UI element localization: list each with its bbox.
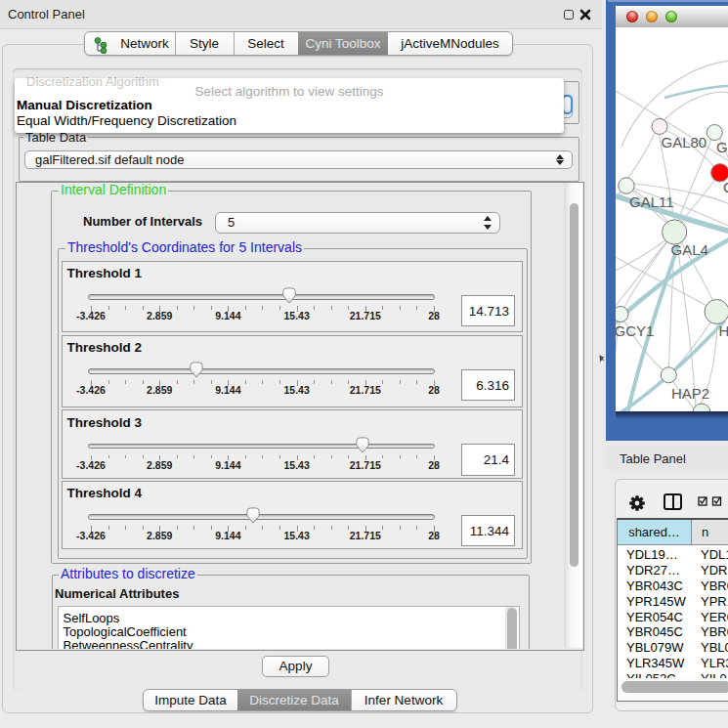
svg-text:C: C <box>723 179 728 195</box>
svg-text:GCY1: GCY1 <box>616 322 654 339</box>
svg-text:GAL4: GAL4 <box>671 241 708 258</box>
svg-text:GAL80: GAL80 <box>662 134 707 150</box>
svg-text:H: H <box>719 322 728 339</box>
svg-text:HAP2: HAP2 <box>671 385 709 402</box>
svg-text:GA: GA <box>716 139 728 155</box>
svg-text:GAL11: GAL11 <box>629 193 674 210</box>
